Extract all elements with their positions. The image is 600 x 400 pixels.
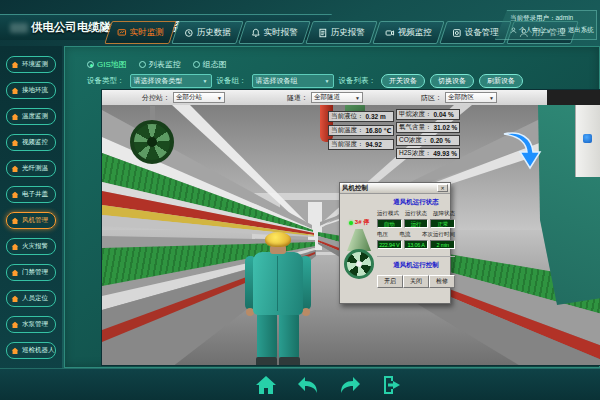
wall-sign (583, 134, 592, 143)
tab-label: 历史数据 (197, 27, 231, 39)
tab-history-alarm[interactable]: 历史报警 (305, 21, 377, 44)
device-group-label: 设备组： (217, 76, 247, 86)
radio-list-monitor[interactable]: 列表监控 (139, 59, 181, 70)
status-led (349, 221, 353, 225)
sidebar-item[interactable]: 火灾报警 (6, 238, 56, 255)
chevron-down-icon: ▼ (325, 78, 330, 84)
fan-control-dialog: 风机控制 ✕ 3# 停 通风机运行状态 运行模式运行状态故障状态 自动运行正常 … (339, 182, 451, 304)
house-icon (11, 347, 19, 355)
home-icon[interactable] (254, 373, 278, 397)
device-manage-icon (452, 28, 462, 38)
redo-icon[interactable] (338, 373, 362, 397)
house-icon (11, 191, 19, 199)
current-user-label: 当前登录用户：admin (510, 14, 590, 23)
house-icon (11, 87, 19, 95)
scene-toolbar-end (547, 90, 600, 105)
sidebar-item[interactable]: 风机管理 (6, 212, 56, 229)
telemetry-column-left: 当前液位：0.32 m当前温度：16.80 ℃当前湿度：94.92 (328, 111, 394, 150)
tunnel-select[interactable]: 全部隧道▼ (311, 92, 363, 103)
station-select[interactable]: 全部分站▼ (173, 92, 225, 103)
logout-link[interactable]: 退出系统 (559, 26, 594, 35)
worker-torso (253, 252, 303, 315)
undo-icon[interactable] (296, 373, 320, 397)
profile-link[interactable]: 个人中心 ∨ (510, 26, 551, 35)
telemetry-box: 当前湿度：94.92 (328, 139, 394, 150)
metric-value: 13.06 A (404, 240, 429, 249)
sidebar-item-label: 视频监控 (22, 138, 48, 147)
sidebar-item[interactable]: 光纤测温 (6, 160, 56, 177)
metric-label: 本次运行时间 (422, 231, 455, 238)
device-list-button[interactable]: 刷新设备 (479, 74, 523, 88)
device-type-select[interactable]: 请选择设备类型▼ (130, 74, 212, 88)
fan-blades (130, 120, 174, 164)
station-label: 分控站： (142, 93, 170, 103)
radio-icon (193, 61, 200, 68)
metric-label: 电流 (400, 231, 411, 238)
sidebar-item[interactable]: 巡检机器人 (6, 342, 56, 359)
zone-select[interactable]: 全部防区▼ (445, 92, 497, 103)
metric-label: 电压 (377, 231, 388, 238)
tab-realtime-alarm[interactable]: 实时报警 (238, 21, 310, 44)
radio-scada-view[interactable]: 组态图 (193, 59, 227, 70)
sidebar-item[interactable]: 水泵管理 (6, 316, 56, 333)
chevron-down-icon: ∨ (547, 28, 551, 34)
ventilation-fan (130, 106, 176, 168)
scene-filter-bar: 分控站： 全部分站▼ 隧道： 全部隧道▼ 防区： 全部防区▼ (102, 90, 547, 105)
fan-control-button[interactable]: 开启 (377, 275, 403, 288)
status-value: 自动 (377, 219, 402, 228)
tunnel-3d-view[interactable]: 当前液位：0.32 m当前温度：16.80 ℃当前湿度：94.92 甲烷浓度：0… (101, 89, 600, 366)
tab-label: 历史报警 (331, 27, 365, 39)
radio-icon (139, 61, 146, 68)
tab-realtime-monitor[interactable]: 实时监测 (104, 21, 176, 44)
sidebar-item[interactable]: 人员定位 (6, 290, 56, 307)
user-panel: 当前登录用户：admin 个人中心 ∨ 退出系统 (495, 10, 597, 40)
sidebar-item-label: 火灾报警 (22, 242, 48, 251)
sidebar-item[interactable]: 视频监控 (6, 134, 56, 151)
house-icon (11, 61, 19, 69)
fan-tag: 3# 停 (355, 218, 369, 227)
close-icon[interactable]: ✕ (437, 184, 448, 192)
fan-control-button[interactable]: 检修 (429, 275, 455, 288)
device-group-select[interactable]: 请选择设备组▼ (252, 74, 334, 88)
tunnel-label: 隧道： (287, 93, 308, 103)
sidebar-item[interactable]: 环境监测 (6, 56, 56, 73)
exit-icon[interactable] (380, 373, 404, 397)
worker-boot (256, 357, 277, 366)
status-value: 运行 (404, 219, 429, 228)
status-label: 故障状态 (433, 210, 455, 217)
house-icon (11, 139, 19, 147)
tab-video-monitor[interactable]: 视频监控 (372, 21, 444, 44)
direction-arrow-icon (498, 126, 544, 172)
radio-gis-map[interactable]: GIS地图 (87, 59, 127, 70)
chevron-down-icon: ▼ (355, 95, 360, 101)
device-list-button[interactable]: 开关设备 (381, 74, 425, 88)
dialog-titlebar[interactable]: 风机控制 ✕ (340, 183, 450, 194)
telemetry-box: 当前液位：0.32 m (328, 111, 394, 122)
sidebar-item[interactable]: 温度监测 (6, 108, 56, 125)
chevron-down-icon: ▼ (217, 95, 222, 101)
radio-icon (87, 61, 94, 68)
status-value: 正常 (430, 219, 455, 228)
worker-boot (279, 357, 300, 366)
sidebar-item-label: 门禁管理 (22, 268, 48, 277)
footer-bar (0, 368, 600, 400)
fan-status-title: 通风机运行状态 (377, 198, 455, 207)
fan-control-button[interactable]: 关闭 (403, 275, 429, 288)
telemetry-box: 当前温度：16.80 ℃ (328, 125, 394, 136)
power-icon (559, 27, 566, 34)
telemetry-column-right: 甲烷浓度：0.04 %氧气含量：31.02 %CO浓度：0.20 %H2S浓度：… (396, 109, 460, 159)
tab-history-data[interactable]: 历史数据 (171, 21, 243, 44)
sidebar-item[interactable]: 电子井盖 (6, 186, 56, 203)
worker-figure (248, 232, 308, 366)
history-data-icon (184, 28, 194, 38)
device-list-button[interactable]: 切换设备 (430, 74, 474, 88)
sidebar-item-label: 水泵管理 (22, 320, 48, 329)
tab-label: 视频监控 (398, 27, 432, 39)
sidebar-item[interactable]: 接地环流 (6, 82, 56, 99)
main-panel: GIS地图 列表监控 组态图 设备类型： 请选择设备类型▼ 设备组： 请选择设备… (64, 46, 600, 368)
sidebar-item[interactable]: 门禁管理 (6, 264, 56, 281)
chevron-down-icon: ▼ (489, 95, 494, 101)
hard-hat (265, 232, 291, 247)
fan-graphic (344, 249, 374, 279)
telemetry-box: H2S浓度：49.93 % (396, 148, 460, 159)
